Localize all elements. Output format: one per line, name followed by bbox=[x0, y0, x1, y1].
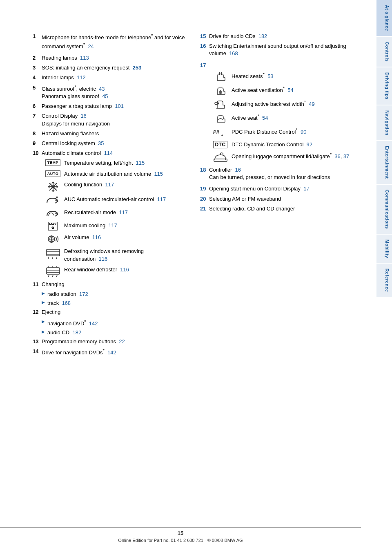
sidebar-tab-at-a-glance[interactable]: At a glance bbox=[376, 0, 392, 36]
sidebar-tab-communications[interactable]: Communications bbox=[376, 185, 392, 234]
dtc-icon: DTC bbox=[209, 141, 232, 148]
two-column-layout: 1 Microphone for hands-free mode for tel… bbox=[33, 33, 364, 359]
airvolume-icon bbox=[42, 234, 64, 244]
list-item: 18 Controller 16 Can be turned, pressed,… bbox=[200, 166, 355, 181]
main-content: 1 Microphone for hands-free mode for tel… bbox=[0, 0, 376, 555]
auto-icon: AUTO bbox=[42, 170, 64, 177]
climate-icon-row: Cooling function 117 bbox=[42, 181, 188, 192]
sidebar-tab-mobility[interactable]: Mobility bbox=[376, 235, 392, 263]
footer-text: Online Edition for Part no. 01 41 2 600 … bbox=[0, 538, 361, 543]
svg-point-36 bbox=[215, 102, 217, 105]
sidebar-tab-navigation[interactable]: Navigation bbox=[376, 105, 392, 140]
arrow-icon: ▶ bbox=[42, 291, 45, 298]
svg-line-23 bbox=[56, 257, 57, 259]
svg-text:▲: ▲ bbox=[220, 133, 224, 137]
list-item: 16 Switching Entertainment sound output … bbox=[200, 43, 355, 57]
climate-icon-row: AUTO Automatic air distribution and volu… bbox=[42, 170, 188, 178]
seat-icon-row: Adjusting active backrest width* 49 bbox=[209, 99, 355, 110]
svg-line-32 bbox=[56, 275, 57, 277]
list-item: 14 Drive for navigation DVDs* 142 bbox=[33, 348, 188, 357]
list-item: 21 Selecting radio, CD and CD changer bbox=[200, 205, 355, 213]
max-cooling-icon: MAX✿ bbox=[42, 222, 64, 231]
list-item: 6 Passenger airbag status lamp 101 bbox=[33, 103, 188, 110]
luggage-icon bbox=[209, 152, 232, 162]
list-item: 7 Control Display 16 Displays for menu n… bbox=[33, 112, 188, 127]
temp-icon: TEMP bbox=[42, 159, 64, 166]
climate-icon-row: TEMP Temperature setting, left/right 115 bbox=[42, 159, 188, 167]
page-number: 15 bbox=[0, 530, 361, 536]
list-item: 9 Central locking system 35 bbox=[33, 140, 188, 147]
sidebar-tab-entertainment[interactable]: Entertainment bbox=[376, 141, 392, 184]
sidebar-tab-driving-tips[interactable]: Driving tips bbox=[376, 67, 392, 105]
page-footer: 15 Online Edition for Part no. 01 41 2 6… bbox=[0, 527, 361, 543]
list-item: 13 Programmable memory buttons 22 bbox=[33, 338, 188, 345]
sub-list-item: ▶ audio CD 182 bbox=[42, 329, 188, 336]
list-item: 4 Interior lamps 112 bbox=[33, 74, 188, 81]
recirculate-icon bbox=[42, 209, 64, 219]
svg-text:II: II bbox=[216, 130, 219, 134]
arrow-icon: ▶ bbox=[42, 319, 45, 328]
pdc-icon: P II ▲ bbox=[209, 127, 232, 138]
svg-rect-24 bbox=[47, 268, 60, 274]
item-text: Microphone for hands-free mode for telep… bbox=[42, 33, 188, 50]
dtc-icon-row: DTC DTC Dynamic Traction Control 92 bbox=[209, 141, 355, 148]
list-item: 10 Automatic climate control 114 bbox=[33, 150, 188, 157]
active-seat-icon bbox=[209, 113, 232, 124]
list-item: 19 Opening start menu on Control Display… bbox=[200, 185, 355, 192]
auc-icon: A bbox=[42, 196, 64, 206]
svg-line-31 bbox=[52, 275, 53, 277]
backrest-icon bbox=[209, 99, 232, 110]
pdc-icon-row: P II ▲ PDC Park Distance Control* 90 bbox=[209, 127, 355, 138]
climate-icon-row: Rear window defroster 116 bbox=[42, 266, 188, 278]
defrost-icon bbox=[42, 248, 64, 259]
arrow-icon: ▶ bbox=[42, 329, 45, 336]
left-column: 1 Microphone for hands-free mode for tel… bbox=[33, 33, 188, 359]
climate-icon-row: A AUC Automatic recirculated-air control… bbox=[42, 196, 188, 206]
list-item: 8 Hazard warning flashers bbox=[33, 130, 188, 137]
climate-icon-row: Recirculated-air mode 117 bbox=[42, 209, 188, 219]
svg-line-30 bbox=[48, 275, 49, 277]
svg-text:P: P bbox=[213, 130, 216, 134]
climate-icon-row: Air volume 116 bbox=[42, 234, 188, 244]
list-item: 20 Selecting AM or FM waveband bbox=[200, 195, 355, 203]
page-container: 1 Microphone for hands-free mode for tel… bbox=[0, 0, 392, 555]
seat-icon-row: Active seat ventilation* 54 bbox=[209, 85, 355, 96]
list-item: 2 Reading lamps 113 bbox=[33, 54, 188, 62]
svg-line-22 bbox=[52, 257, 53, 259]
seat-vent-icon bbox=[209, 85, 232, 96]
list-item: 12 Ejecting bbox=[33, 309, 188, 316]
list-item: 3 SOS: initiating an emergency request 2… bbox=[33, 64, 188, 72]
heated-seat-icon bbox=[209, 72, 232, 82]
sub-list-item: ▶ navigation DVD* 142 bbox=[42, 319, 188, 328]
item-number: 1 bbox=[33, 33, 42, 50]
list-item: 11 Changing bbox=[33, 281, 188, 288]
list-item: 1 Microphone for hands-free mode for tel… bbox=[33, 33, 188, 50]
svg-text:A: A bbox=[56, 196, 58, 199]
sidebar-tab-reference[interactable]: Reference bbox=[376, 264, 392, 297]
right-column: 15 Drive for audio CDs 182 16 Switching … bbox=[200, 33, 355, 359]
seat-icon-row: Heated seats* 53 bbox=[209, 72, 355, 82]
sub-list-item: ▶ track 168 bbox=[42, 300, 188, 307]
svg-rect-18 bbox=[47, 249, 60, 256]
sidebar-tab-controls[interactable]: Controls bbox=[376, 37, 392, 67]
list-item: 17 bbox=[200, 62, 355, 69]
list-item: 5 Glass sunroof*, electric 43 Panorama g… bbox=[33, 84, 188, 101]
sub-list-item: ▶ radio station 172 bbox=[42, 291, 188, 298]
arrow-icon: ▶ bbox=[42, 300, 45, 307]
list-item: 15 Drive for audio CDs 182 bbox=[200, 33, 355, 40]
svg-line-21 bbox=[48, 257, 49, 259]
climate-icon-row: MAX✿ Maximum cooling 117 bbox=[42, 222, 188, 231]
rear-defrost-icon bbox=[42, 266, 64, 278]
cooling-icon bbox=[42, 181, 64, 192]
right-sidebar: At a glance Controls Driving tips Naviga… bbox=[376, 0, 392, 555]
svg-rect-41 bbox=[214, 159, 227, 161]
seat-icon-row: Active seat* 54 bbox=[209, 113, 355, 124]
climate-icon-row: Defrosting windows and removing condensa… bbox=[42, 248, 188, 262]
luggage-icon-row: Opening luggage compartment lid/tailgate… bbox=[209, 152, 355, 162]
